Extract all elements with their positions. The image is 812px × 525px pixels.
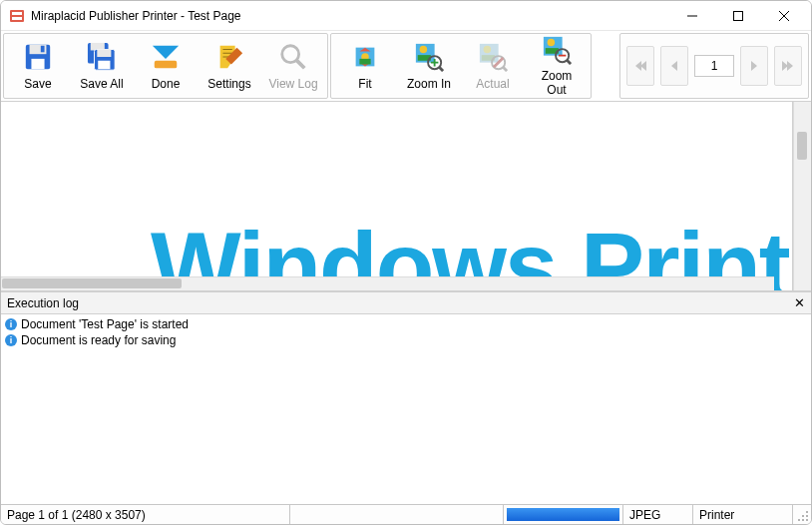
toolgroup-navigation bbox=[619, 33, 809, 99]
status-blank bbox=[290, 505, 504, 524]
vertical-scrollbar[interactable] bbox=[793, 102, 811, 290]
svg-rect-14 bbox=[97, 50, 111, 58]
svg-rect-2 bbox=[12, 17, 22, 20]
log-header: Execution log ✕ bbox=[1, 292, 811, 314]
save-button[interactable]: Save bbox=[6, 36, 70, 96]
toolbar: Save Save All Done Settings View Log bbox=[1, 31, 811, 102]
minimize-button[interactable] bbox=[669, 2, 715, 30]
status-page-info: Page 1 of 1 (2480 x 3507) bbox=[1, 505, 290, 524]
svg-point-59 bbox=[802, 519, 804, 521]
zoom-out-button[interactable]: Zoom Out bbox=[525, 36, 589, 96]
log-body: i Document 'Test Page' is started i Docu… bbox=[1, 314, 811, 504]
zoom-in-icon bbox=[413, 41, 445, 73]
progress-bar-fill bbox=[507, 508, 619, 521]
save-icon bbox=[22, 41, 54, 73]
settings-icon bbox=[213, 41, 245, 73]
settings-button[interactable]: Settings bbox=[198, 36, 261, 96]
close-button[interactable] bbox=[761, 2, 807, 30]
svg-point-55 bbox=[806, 511, 808, 513]
svg-marker-16 bbox=[153, 46, 179, 59]
zoom-out-label: Zoom Out bbox=[532, 69, 582, 97]
log-entry-text: Document 'Test Page' is started bbox=[21, 316, 189, 332]
svg-line-36 bbox=[439, 67, 443, 71]
svg-point-56 bbox=[802, 515, 804, 517]
window-title: Miraplacid Publisher Printer - Test Page bbox=[31, 9, 241, 23]
save-all-icon bbox=[86, 41, 118, 73]
toolgroup-zoom: Fit Zoom In Actual Zoom Out bbox=[330, 33, 592, 99]
hscroll-thumb[interactable] bbox=[2, 278, 182, 288]
status-destination: Printer bbox=[693, 505, 793, 524]
log-entry: i Document 'Test Page' is started bbox=[5, 316, 807, 332]
view-log-label: View Log bbox=[268, 77, 317, 91]
document-preview[interactable]: Windows Printer Tes bbox=[1, 102, 793, 290]
svg-point-58 bbox=[798, 519, 800, 521]
next-page-button[interactable] bbox=[740, 46, 768, 86]
preview-text: Windows Printer Tes bbox=[1, 102, 793, 290]
fit-button[interactable]: Fit bbox=[333, 36, 397, 96]
svg-point-31 bbox=[420, 46, 428, 54]
log-close-button[interactable]: ✕ bbox=[794, 296, 805, 309]
first-page-button[interactable] bbox=[626, 46, 654, 86]
done-label: Done bbox=[152, 77, 181, 91]
page-number-input[interactable] bbox=[694, 55, 734, 77]
svg-line-24 bbox=[296, 60, 304, 68]
svg-rect-29 bbox=[359, 59, 370, 65]
svg-point-44 bbox=[548, 39, 556, 47]
fit-label: Fit bbox=[358, 77, 371, 91]
app-icon bbox=[9, 8, 25, 24]
svg-point-57 bbox=[806, 515, 808, 517]
zoom-in-label: Zoom In bbox=[407, 77, 451, 91]
save-all-button[interactable]: Save All bbox=[70, 36, 134, 96]
svg-rect-4 bbox=[734, 11, 743, 20]
done-button[interactable]: Done bbox=[134, 36, 198, 96]
svg-marker-51 bbox=[671, 61, 677, 71]
save-label: Save bbox=[24, 77, 51, 91]
svg-line-48 bbox=[567, 60, 571, 64]
actual-button[interactable]: Actual bbox=[461, 36, 525, 96]
log-panel: Execution log ✕ i Document 'Test Page' i… bbox=[1, 291, 811, 504]
info-icon: i bbox=[5, 318, 17, 330]
svg-marker-54 bbox=[787, 61, 793, 71]
status-progress bbox=[504, 505, 623, 524]
log-entry-text: Document is ready for saving bbox=[21, 332, 176, 348]
view-log-button[interactable]: View Log bbox=[261, 36, 325, 96]
title-bar: Miraplacid Publisher Printer - Test Page bbox=[1, 1, 811, 31]
toolgroup-file: Save Save All Done Settings View Log bbox=[3, 33, 328, 99]
svg-rect-0 bbox=[10, 10, 24, 22]
log-entry: i Document is ready for saving bbox=[5, 332, 807, 348]
zoom-in-button[interactable]: Zoom In bbox=[397, 36, 461, 96]
svg-rect-17 bbox=[155, 61, 178, 69]
svg-rect-1 bbox=[12, 12, 22, 15]
done-icon bbox=[150, 41, 182, 73]
status-bar: Page 1 of 1 (2480 x 3507) JPEG Printer bbox=[1, 504, 811, 524]
preview-area: Windows Printer Tes bbox=[1, 102, 811, 291]
info-icon: i bbox=[5, 334, 17, 346]
last-page-button[interactable] bbox=[774, 46, 802, 86]
fit-icon bbox=[349, 41, 381, 73]
resize-grip[interactable] bbox=[793, 505, 811, 524]
actual-label: Actual bbox=[476, 77, 509, 91]
svg-rect-10 bbox=[41, 46, 45, 53]
save-all-label: Save All bbox=[80, 77, 123, 91]
svg-rect-9 bbox=[31, 59, 44, 69]
horizontal-scrollbar[interactable] bbox=[1, 276, 774, 290]
zoom-out-icon bbox=[541, 35, 573, 65]
status-format: JPEG bbox=[623, 505, 693, 524]
view-log-icon bbox=[277, 41, 309, 73]
svg-point-60 bbox=[806, 519, 808, 521]
svg-rect-15 bbox=[98, 61, 110, 69]
prev-page-button[interactable] bbox=[660, 46, 688, 86]
log-title: Execution log bbox=[7, 296, 79, 310]
maximize-button[interactable] bbox=[715, 2, 761, 30]
svg-line-42 bbox=[503, 67, 507, 71]
svg-marker-52 bbox=[751, 61, 757, 71]
svg-point-38 bbox=[484, 46, 492, 54]
vscroll-thumb[interactable] bbox=[797, 132, 807, 160]
actual-icon bbox=[477, 41, 509, 73]
settings-label: Settings bbox=[207, 77, 250, 91]
